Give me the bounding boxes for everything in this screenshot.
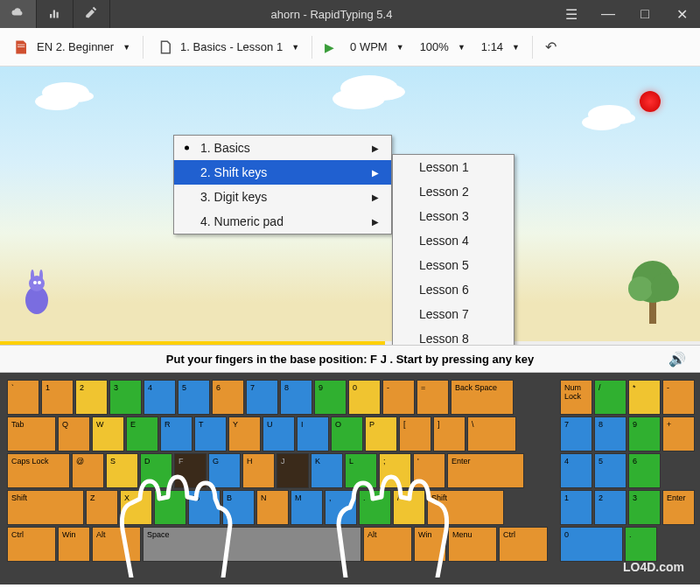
minimize-button[interactable]: —: [590, 0, 626, 28]
key-3[interactable]: 3: [628, 490, 661, 525]
menu-item-digit-keys[interactable]: 3. Digit keys▶: [174, 185, 391, 209]
zoom-selector[interactable]: 100% ▼: [413, 34, 472, 60]
tab-editor[interactable]: [74, 0, 110, 28]
submenu-lesson[interactable]: Lesson 2: [393, 179, 514, 204]
key-9[interactable]: 9: [314, 380, 346, 415]
key-b[interactable]: B: [222, 490, 255, 525]
submenu-lesson[interactable]: Lesson 4: [393, 228, 514, 253]
key-9[interactable]: 9: [628, 416, 661, 452]
key-back-space[interactable]: Back Space: [451, 380, 514, 415]
key-y[interactable]: Y: [228, 416, 261, 452]
key--[interactable]: *: [628, 380, 661, 415]
key-h[interactable]: H: [242, 453, 275, 488]
key--[interactable]: ,: [325, 490, 357, 525]
hamburger-menu[interactable]: ☰: [553, 0, 590, 28]
speaker-icon[interactable]: 🔊: [668, 351, 686, 368]
play-button[interactable]: ▶: [318, 34, 341, 60]
key-alt[interactable]: Alt: [92, 527, 141, 562]
key--[interactable]: =: [416, 380, 449, 415]
key-6[interactable]: 6: [628, 453, 661, 488]
key-5[interactable]: 5: [594, 453, 626, 488]
key-0[interactable]: 0: [348, 380, 381, 415]
key-d[interactable]: D: [140, 453, 172, 488]
key-r[interactable]: R: [160, 416, 192, 452]
key--[interactable]: `: [7, 380, 39, 415]
key-menu[interactable]: Menu: [448, 527, 497, 562]
key-g[interactable]: G: [208, 453, 241, 488]
submenu-lesson[interactable]: Lesson 1: [393, 155, 514, 179]
key-x[interactable]: X: [120, 490, 152, 525]
key-tab[interactable]: Tab: [7, 416, 56, 452]
key-1[interactable]: 1: [560, 490, 592, 525]
submenu-lesson[interactable]: Lesson 8: [393, 326, 514, 345]
time-display[interactable]: 1:14 ▼: [474, 34, 527, 60]
submenu-lesson[interactable]: Lesson 5: [393, 253, 514, 277]
key-8[interactable]: 8: [594, 416, 626, 452]
key--[interactable]: /: [393, 490, 425, 525]
key-4[interactable]: 4: [560, 453, 592, 488]
key--[interactable]: /: [594, 380, 626, 415]
key-alt[interactable]: Alt: [363, 527, 412, 562]
key-l[interactable]: L: [345, 453, 377, 488]
key-8[interactable]: 8: [280, 380, 312, 415]
key-1[interactable]: 1: [41, 380, 74, 415]
key-enter[interactable]: Enter: [662, 490, 695, 525]
key-j[interactable]: J: [276, 453, 309, 488]
wpm-display[interactable]: 0 WPM ▼: [343, 34, 411, 60]
key-7[interactable]: 7: [246, 380, 278, 415]
key--[interactable]: ]: [433, 416, 466, 452]
key-t[interactable]: T: [194, 416, 227, 452]
key--[interactable]: .: [359, 490, 391, 525]
key-6[interactable]: 6: [212, 380, 244, 415]
key-ctrl[interactable]: Ctrl: [7, 527, 56, 562]
level-selector[interactable]: EN 2. Beginner ▼: [5, 34, 137, 60]
key--[interactable]: ;: [379, 453, 411, 488]
key--[interactable]: $: [154, 490, 186, 525]
lesson-selector[interactable]: 1. Basics - Lesson 1 ▼: [149, 34, 306, 60]
key-caps-lock[interactable]: Caps Lock: [7, 453, 70, 488]
key-u[interactable]: U: [262, 416, 295, 452]
menu-item-numeric-pad[interactable]: 4. Numeric pad▶: [174, 209, 391, 234]
key-e[interactable]: E: [126, 416, 158, 452]
key-p[interactable]: P: [365, 416, 397, 452]
key-q[interactable]: Q: [58, 416, 90, 452]
key-m[interactable]: M: [290, 490, 323, 525]
menu-item-shift-keys[interactable]: 2. Shift keys▶: [174, 160, 391, 185]
key-shift[interactable]: Shift: [7, 490, 84, 525]
submenu-lesson[interactable]: Lesson 3: [393, 204, 514, 228]
key--[interactable]: -: [662, 380, 695, 415]
key-n[interactable]: N: [256, 490, 289, 525]
undo-button[interactable]: ↶: [538, 34, 564, 60]
tab-lessons[interactable]: [0, 0, 37, 28]
key-num-lock[interactable]: Num Lock: [560, 380, 592, 415]
key--[interactable]: ': [413, 453, 445, 488]
key-space[interactable]: Space: [143, 527, 361, 562]
key--[interactable]: +: [662, 416, 695, 452]
submenu-lesson[interactable]: Lesson 7: [393, 302, 514, 326]
tab-stats[interactable]: [37, 0, 74, 28]
key-4[interactable]: 4: [144, 380, 176, 415]
key--[interactable]: @: [72, 453, 104, 488]
key--[interactable]: [: [399, 416, 431, 452]
key--[interactable]: -: [382, 380, 415, 415]
key--[interactable]: .: [625, 527, 657, 562]
key-win[interactable]: Win: [414, 527, 446, 562]
key-enter[interactable]: Enter: [447, 453, 524, 488]
key-z[interactable]: Z: [86, 490, 118, 525]
key-w[interactable]: W: [92, 416, 124, 452]
key-3[interactable]: 3: [109, 380, 142, 415]
close-button[interactable]: ✕: [663, 0, 700, 28]
key--[interactable]: %: [188, 490, 220, 525]
key-7[interactable]: 7: [560, 416, 592, 452]
submenu-lesson[interactable]: Lesson 6: [393, 277, 514, 302]
key-0[interactable]: 0: [560, 527, 623, 562]
key-o[interactable]: O: [331, 416, 363, 452]
key-win[interactable]: Win: [58, 527, 90, 562]
menu-item-basics[interactable]: 1. Basics▶: [174, 136, 391, 160]
key-f[interactable]: F: [174, 453, 206, 488]
key-k[interactable]: K: [311, 453, 343, 488]
key-5[interactable]: 5: [178, 380, 210, 415]
key-shift[interactable]: Shift: [427, 490, 504, 525]
key-ctrl[interactable]: Ctrl: [499, 527, 548, 562]
key-2[interactable]: 2: [75, 380, 108, 415]
